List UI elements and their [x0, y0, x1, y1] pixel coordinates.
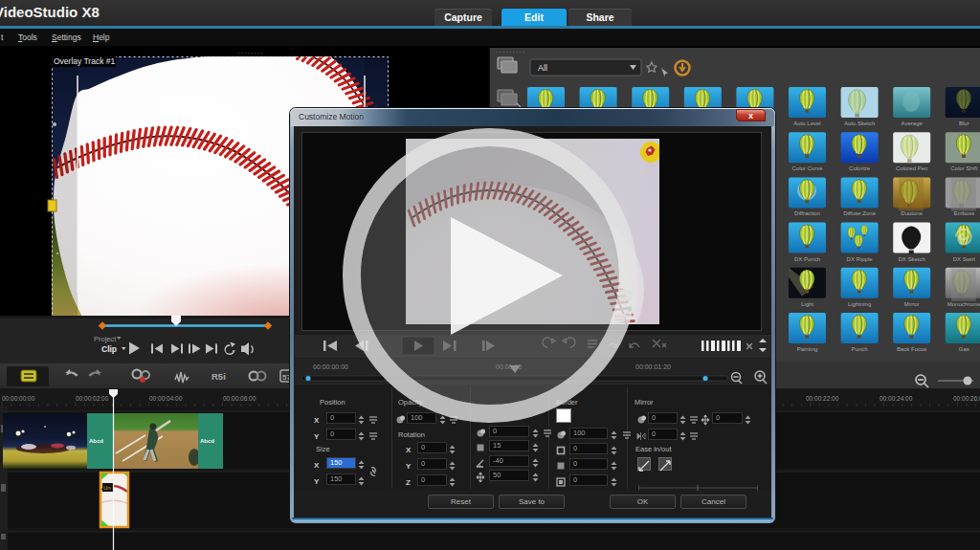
svg-text:Light: Light: [801, 301, 813, 307]
svg-text:X: X: [314, 416, 320, 425]
svg-text:00:00:02:00: 00:00:02:00: [76, 395, 109, 402]
svg-text:Duotone: Duotone: [901, 210, 923, 216]
svg-text:DX Sketch: DX Sketch: [899, 256, 925, 262]
svg-text:00:00:22:00: 00:00:22:00: [806, 395, 839, 402]
svg-text:DX Swirl: DX Swirl: [953, 256, 975, 262]
svg-text:00:00:04:00: 00:00:04:00: [149, 395, 183, 402]
svg-text:00:00:01:20: 00:00:01:20: [635, 363, 671, 370]
svg-text:........: ........: [237, 48, 264, 55]
svg-text:Lightning: Lightning: [848, 301, 871, 307]
svg-text:All: All: [538, 63, 547, 73]
svg-text:Color Curve: Color Curve: [791, 165, 823, 171]
svg-text:Punch: Punch: [852, 346, 868, 352]
svg-text:R5i: R5i: [212, 371, 226, 382]
svg-text:Z: Z: [406, 478, 411, 487]
svg-text:Monochrome: Monochrome: [947, 301, 980, 307]
svg-text:DX Punch: DX Punch: [794, 256, 820, 262]
svg-text:Overlay Track #1: Overlay Track #1: [54, 56, 116, 66]
svg-text:Back Focus: Back Focus: [897, 346, 926, 352]
svg-text:DX Ripple: DX Ripple: [847, 256, 874, 262]
svg-text:Y: Y: [406, 462, 412, 471]
svg-text:Abcd: Abcd: [200, 438, 214, 444]
svg-text:Auto Sketch: Auto Sketch: [844, 121, 875, 126]
svg-text:Colored Pen: Colored Pen: [896, 165, 927, 171]
svg-text:Blur: Blur: [959, 121, 969, 126]
svg-text:Project: Project: [94, 335, 117, 343]
svg-text:.........: .........: [496, 48, 526, 55]
svg-text:Un: Un: [103, 485, 111, 491]
svg-text:00:00:26:00: 00:00:26:00: [953, 395, 980, 402]
svg-text:Colorize: Colorize: [849, 165, 871, 171]
svg-text:Y: Y: [314, 432, 320, 441]
svg-text:Abcd: Abcd: [89, 438, 103, 444]
svg-text:00:00:00:00: 00:00:00:00: [2, 395, 35, 402]
svg-text:Gas: Gas: [959, 346, 969, 352]
svg-text:Y: Y: [314, 477, 320, 486]
svg-text:Emboss: Emboss: [953, 210, 974, 216]
svg-text:Average: Average: [902, 121, 924, 126]
svg-text:00:00:00:00: 00:00:00:00: [313, 363, 348, 370]
svg-text:X: X: [406, 446, 412, 454]
svg-text:Clip: Clip: [101, 344, 117, 354]
svg-text:Mirror: Mirror: [904, 301, 920, 307]
svg-text:00:00:24:00: 00:00:24:00: [880, 395, 913, 402]
svg-text:00:00:06:00: 00:00:06:00: [223, 395, 256, 402]
svg-text:Auto Level: Auto Level: [793, 121, 820, 126]
svg-text:Color Shift: Color Shift: [950, 165, 977, 171]
svg-text:Diffuse Zone: Diffuse Zone: [843, 210, 877, 216]
svg-text:Painting: Painting: [797, 346, 818, 352]
svg-text:X: X: [314, 461, 320, 470]
svg-text:Diffraction: Diffraction: [794, 210, 820, 216]
